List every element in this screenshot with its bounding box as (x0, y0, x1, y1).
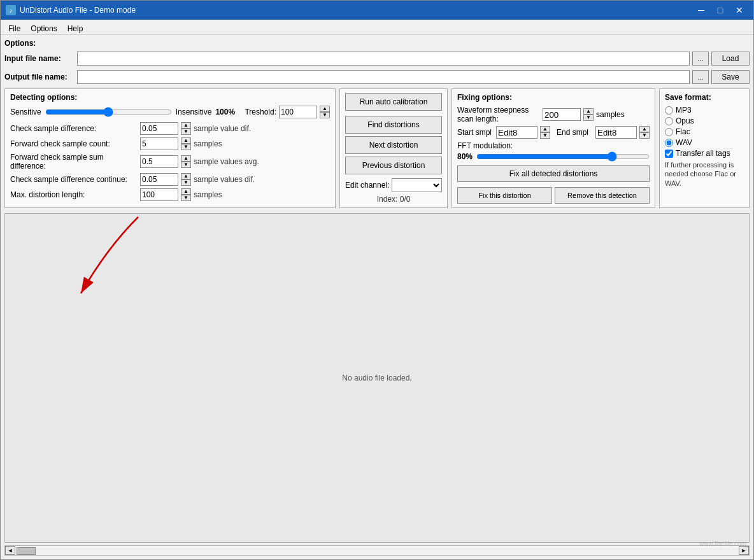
param-unit-1: samples (194, 139, 222, 148)
param-up-1[interactable]: ▲ (181, 137, 191, 144)
fft-slider[interactable] (476, 150, 650, 163)
remove-detection-button[interactable]: Remove this detection (555, 187, 650, 204)
smpl-row: Start smpl ▲ ▼ End smpl ▲ ▼ (457, 126, 650, 139)
radio-opus-input[interactable] (665, 117, 673, 125)
output-browse-button[interactable]: ... (692, 70, 709, 84)
start-smpl-label: Start smpl (457, 128, 494, 137)
sensitive-percent: 100% (215, 108, 241, 116)
end-smpl-spinner: ▲ ▼ (639, 126, 650, 139)
menu-file[interactable]: File (3, 21, 25, 33)
output-file-field[interactable] (77, 70, 690, 84)
maximize-button[interactable]: □ (711, 4, 729, 17)
end-smpl-input[interactable] (595, 126, 637, 139)
param-input-4[interactable] (140, 188, 178, 201)
scroll-left-arrow[interactable]: ◄ (5, 546, 15, 555)
no-file-label: No audio file loaded. (342, 374, 411, 382)
param-spinner-4: ▲ ▼ (181, 188, 191, 201)
radio-flac-input[interactable] (665, 128, 673, 136)
fix-this-button[interactable]: Fix this distortion (457, 187, 552, 204)
start-smpl-input[interactable] (496, 126, 537, 139)
start-smpl-spinner: ▲ ▼ (540, 126, 550, 139)
detecting-title: Detecting options: (10, 93, 330, 102)
save-title: Save format: (665, 93, 744, 102)
previous-distortion-button[interactable]: Previous distortion (345, 157, 442, 174)
input-file-field[interactable] (77, 52, 690, 66)
scroll-right-arrow[interactable]: ► (739, 546, 749, 555)
watermark: www.flacfile.com (699, 540, 746, 547)
sensitive-slider-container (45, 106, 172, 118)
minimize-button[interactable]: ─ (692, 4, 710, 17)
channel-select[interactable] (392, 178, 442, 192)
threshold-up[interactable]: ▲ (320, 106, 330, 112)
radio-flac: Flac (665, 127, 744, 136)
edit-channel-label: Edit channel: (345, 181, 389, 190)
fixing-title: Fixing options: (457, 93, 650, 102)
param-down-1[interactable]: ▼ (181, 144, 191, 150)
param-row-4: Max. distortion length: ▲ ▼ samples (10, 188, 330, 201)
param-down-2[interactable]: ▼ (181, 162, 191, 168)
start-smpl-up[interactable]: ▲ (540, 126, 550, 132)
waveform-label: Waveform steepness scan length: (457, 106, 540, 123)
param-up-3[interactable]: ▲ (181, 173, 191, 179)
find-distortions-button[interactable]: Find distortions (345, 116, 442, 134)
waveform-unit: samples (596, 110, 625, 119)
param-label-3: Check sample difference continue: (10, 175, 138, 184)
param-row-1: Forward check sample count: ▲ ▼ samples (10, 137, 330, 150)
end-smpl-label: End smpl (557, 128, 593, 137)
threshold-down[interactable]: ▼ (320, 112, 330, 118)
param-spinner-0: ▲ ▼ (181, 122, 191, 135)
radio-opus: Opus (665, 116, 744, 125)
next-distortion-button[interactable]: Next distortion (345, 136, 442, 154)
param-down-0[interactable]: ▼ (181, 129, 191, 135)
transfer-tags-checkbox[interactable] (665, 150, 673, 158)
title-bar: ♪ UnDistort Audio File - Demo mode ─ □ ✕ (1, 1, 753, 20)
param-unit-3: sample values dif. (194, 175, 255, 184)
run-auto-calibration-button[interactable]: Run auto calibration (345, 93, 442, 111)
waveform-area: No audio file loaded. (4, 213, 750, 543)
main-window: ♪ UnDistort Audio File - Demo mode ─ □ ✕… (0, 0, 754, 560)
param-label-1: Forward check sample count: (10, 139, 138, 148)
param-unit-2: sample values avg. (194, 157, 259, 166)
end-smpl-up[interactable]: ▲ (639, 126, 650, 132)
scrollbar-thumb[interactable] (17, 547, 36, 555)
radio-mp3: MP3 (665, 106, 744, 115)
menu-bar: File Options Help (1, 20, 753, 35)
param-up-4[interactable]: ▲ (181, 188, 191, 195)
close-button[interactable]: ✕ (730, 4, 748, 17)
param-spinner-1: ▲ ▼ (181, 137, 191, 150)
load-button[interactable]: Load (711, 52, 750, 66)
radio-flac-label: Flac (676, 127, 690, 136)
param-input-1[interactable] (140, 137, 178, 150)
param-down-3[interactable]: ▼ (181, 179, 191, 186)
save-button[interactable]: Save (711, 70, 750, 84)
param-label-0: Check sample difference: (10, 124, 138, 133)
threshold-input[interactable] (279, 106, 317, 118)
radio-mp3-input[interactable] (665, 106, 673, 115)
param-spinner-2: ▲ ▼ (181, 155, 191, 168)
waveform-up[interactable]: ▲ (583, 108, 594, 115)
param-input-3[interactable] (140, 173, 178, 186)
param-row-0: Check sample difference: ▲ ▼ sample valu… (10, 122, 330, 135)
param-up-0[interactable]: ▲ (181, 122, 191, 129)
fft-label-row: FFT modulation: (457, 141, 650, 150)
param-input-0[interactable] (140, 122, 178, 135)
waveform-down[interactable]: ▼ (583, 115, 594, 121)
menu-options[interactable]: Options (25, 21, 62, 33)
waveform-spinner: ▲ ▼ (583, 108, 594, 121)
param-input-2[interactable] (140, 155, 178, 168)
input-browse-button[interactable]: ... (692, 52, 709, 66)
sensitive-slider[interactable] (45, 106, 172, 118)
start-smpl-down[interactable]: ▼ (540, 132, 550, 139)
param-up-2[interactable]: ▲ (181, 155, 191, 162)
end-smpl-down[interactable]: ▼ (639, 132, 650, 139)
menu-help[interactable]: Help (62, 21, 89, 33)
transfer-tags-row: Transfer all tags (665, 149, 744, 158)
output-file-row: Output file name: ... Save (4, 70, 750, 84)
scrollbar[interactable]: ◄ ► (4, 545, 750, 556)
param-down-4[interactable]: ▼ (181, 195, 191, 201)
fix-all-button[interactable]: Fix all detected distortions (457, 165, 650, 182)
waveform-input[interactable] (543, 108, 581, 121)
output-file-label: Output file name: (4, 73, 75, 81)
radio-wav-input[interactable] (665, 139, 673, 147)
fixing-panel: Fixing options: Waveform steepness scan … (452, 88, 655, 208)
